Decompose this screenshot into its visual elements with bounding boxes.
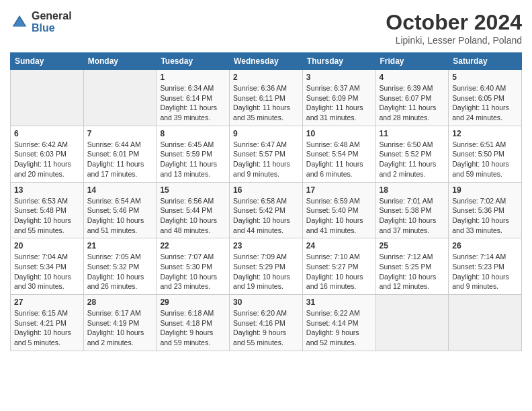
- calendar-header-row: SundayMondayTuesdayWednesdayThursdayFrid…: [11, 53, 522, 70]
- day-of-week-monday: Monday: [83, 53, 157, 70]
- day-number: 19: [452, 185, 518, 195]
- calendar-cell: 15Sunrise: 6:56 AM Sunset: 5:44 PM Dayli…: [157, 182, 230, 238]
- logo-blue-text: Blue: [32, 22, 72, 34]
- calendar-week-row: 6Sunrise: 6:42 AM Sunset: 6:03 PM Daylig…: [11, 126, 522, 182]
- day-info: Sunrise: 6:59 AM Sunset: 5:40 PM Dayligh…: [306, 196, 372, 236]
- day-info: Sunrise: 6:45 AM Sunset: 5:59 PM Dayligh…: [160, 140, 226, 179]
- day-info: Sunrise: 7:12 AM Sunset: 5:25 PM Dayligh…: [380, 252, 445, 291]
- day-info: Sunrise: 7:02 AM Sunset: 5:36 PM Dayligh…: [452, 196, 518, 236]
- calendar-table: SundayMondayTuesdayWednesdayThursdayFrid…: [10, 52, 522, 351]
- day-info: Sunrise: 7:14 AM Sunset: 5:23 PM Dayligh…: [452, 252, 518, 291]
- calendar-cell: [11, 70, 84, 126]
- calendar-cell: 28Sunrise: 6:17 AM Sunset: 4:19 PM Dayli…: [83, 295, 157, 351]
- day-info: Sunrise: 6:53 AM Sunset: 5:48 PM Dayligh…: [14, 196, 80, 236]
- day-number: 16: [233, 185, 299, 195]
- day-number: 23: [233, 241, 299, 250]
- day-info: Sunrise: 6:40 AM Sunset: 6:05 PM Dayligh…: [452, 83, 518, 123]
- day-number: 26: [452, 241, 518, 250]
- title-block: October 2024 Lipinki, Lesser Poland, Pol…: [386, 10, 522, 46]
- day-info: Sunrise: 6:37 AM Sunset: 6:09 PM Dayligh…: [306, 83, 372, 123]
- day-of-week-friday: Friday: [375, 53, 449, 70]
- calendar-week-row: 1Sunrise: 6:34 AM Sunset: 6:14 PM Daylig…: [11, 70, 522, 126]
- day-info: Sunrise: 6:44 AM Sunset: 6:01 PM Dayligh…: [87, 140, 153, 179]
- day-of-week-wednesday: Wednesday: [230, 53, 303, 70]
- day-info: Sunrise: 6:54 AM Sunset: 5:46 PM Dayligh…: [87, 196, 153, 236]
- calendar-cell: 13Sunrise: 6:53 AM Sunset: 5:48 PM Dayli…: [11, 182, 84, 238]
- calendar-cell: [449, 295, 522, 351]
- day-info: Sunrise: 6:34 AM Sunset: 6:14 PM Dayligh…: [160, 83, 226, 123]
- calendar-location: Lipinki, Lesser Poland, Poland: [386, 35, 522, 46]
- day-info: Sunrise: 7:10 AM Sunset: 5:27 PM Dayligh…: [306, 252, 372, 291]
- calendar-cell: 25Sunrise: 7:12 AM Sunset: 5:25 PM Dayli…: [375, 238, 449, 295]
- calendar-cell: 9Sunrise: 6:47 AM Sunset: 5:57 PM Daylig…: [230, 126, 303, 182]
- day-info: Sunrise: 6:39 AM Sunset: 6:07 PM Dayligh…: [380, 83, 445, 123]
- day-number: 6: [14, 129, 80, 138]
- day-info: Sunrise: 7:05 AM Sunset: 5:32 PM Dayligh…: [87, 252, 153, 291]
- calendar-cell: 20Sunrise: 7:04 AM Sunset: 5:34 PM Dayli…: [11, 238, 84, 295]
- day-number: 3: [306, 73, 372, 82]
- calendar-cell: [83, 70, 157, 126]
- day-number: 24: [306, 241, 372, 250]
- day-of-week-saturday: Saturday: [449, 53, 522, 70]
- logo-icon: [10, 13, 29, 32]
- calendar-cell: 17Sunrise: 6:59 AM Sunset: 5:40 PM Dayli…: [302, 182, 375, 238]
- day-info: Sunrise: 6:15 AM Sunset: 4:21 PM Dayligh…: [14, 308, 80, 348]
- day-number: 2: [233, 73, 299, 82]
- calendar-cell: 23Sunrise: 7:09 AM Sunset: 5:29 PM Dayli…: [230, 238, 303, 295]
- day-info: Sunrise: 6:20 AM Sunset: 4:16 PM Dayligh…: [233, 308, 299, 348]
- calendar-cell: 27Sunrise: 6:15 AM Sunset: 4:21 PM Dayli…: [11, 295, 84, 351]
- day-info: Sunrise: 6:56 AM Sunset: 5:44 PM Dayligh…: [160, 196, 226, 236]
- calendar-cell: 26Sunrise: 7:14 AM Sunset: 5:23 PM Dayli…: [449, 238, 522, 295]
- day-number: 21: [87, 241, 153, 250]
- calendar-cell: [375, 295, 449, 351]
- day-number: 10: [306, 129, 372, 138]
- logo: General Blue: [10, 10, 72, 34]
- day-info: Sunrise: 6:18 AM Sunset: 4:18 PM Dayligh…: [160, 308, 226, 348]
- day-number: 28: [87, 298, 153, 307]
- day-info: Sunrise: 6:51 AM Sunset: 5:50 PM Dayligh…: [452, 140, 518, 179]
- calendar-cell: 5Sunrise: 6:40 AM Sunset: 6:05 PM Daylig…: [449, 70, 522, 126]
- day-number: 27: [14, 298, 80, 307]
- calendar-cell: 24Sunrise: 7:10 AM Sunset: 5:27 PM Dayli…: [302, 238, 375, 295]
- day-info: Sunrise: 7:09 AM Sunset: 5:29 PM Dayligh…: [233, 252, 299, 291]
- day-number: 17: [306, 185, 372, 195]
- calendar-cell: 3Sunrise: 6:37 AM Sunset: 6:09 PM Daylig…: [302, 70, 375, 126]
- day-number: 15: [160, 185, 226, 195]
- day-of-week-sunday: Sunday: [11, 53, 84, 70]
- calendar-cell: 21Sunrise: 7:05 AM Sunset: 5:32 PM Dayli…: [83, 238, 157, 295]
- day-info: Sunrise: 6:58 AM Sunset: 5:42 PM Dayligh…: [233, 196, 299, 236]
- calendar-cell: 31Sunrise: 6:22 AM Sunset: 4:14 PM Dayli…: [302, 295, 375, 351]
- day-number: 18: [380, 185, 445, 195]
- logo-text: General Blue: [32, 10, 72, 34]
- calendar-cell: 7Sunrise: 6:44 AM Sunset: 6:01 PM Daylig…: [83, 126, 157, 182]
- calendar-cell: 4Sunrise: 6:39 AM Sunset: 6:07 PM Daylig…: [375, 70, 449, 126]
- calendar-title: October 2024: [386, 10, 522, 35]
- day-number: 1: [160, 73, 226, 82]
- calendar-cell: 11Sunrise: 6:50 AM Sunset: 5:52 PM Dayli…: [375, 126, 449, 182]
- calendar-cell: 16Sunrise: 6:58 AM Sunset: 5:42 PM Dayli…: [230, 182, 303, 238]
- calendar-cell: 30Sunrise: 6:20 AM Sunset: 4:16 PM Dayli…: [230, 295, 303, 351]
- day-number: 7: [87, 129, 153, 138]
- day-number: 20: [14, 241, 80, 250]
- day-info: Sunrise: 6:47 AM Sunset: 5:57 PM Dayligh…: [233, 140, 299, 179]
- day-info: Sunrise: 6:50 AM Sunset: 5:52 PM Dayligh…: [380, 140, 445, 179]
- day-number: 31: [306, 298, 372, 307]
- calendar-cell: 1Sunrise: 6:34 AM Sunset: 6:14 PM Daylig…: [157, 70, 230, 126]
- day-info: Sunrise: 7:01 AM Sunset: 5:38 PM Dayligh…: [380, 196, 445, 236]
- day-number: 8: [160, 129, 226, 138]
- day-of-week-tuesday: Tuesday: [157, 53, 230, 70]
- day-number: 14: [87, 185, 153, 195]
- day-number: 11: [380, 129, 445, 138]
- calendar-week-row: 20Sunrise: 7:04 AM Sunset: 5:34 PM Dayli…: [11, 238, 522, 295]
- day-info: Sunrise: 7:07 AM Sunset: 5:30 PM Dayligh…: [160, 252, 226, 291]
- calendar-cell: 29Sunrise: 6:18 AM Sunset: 4:18 PM Dayli…: [157, 295, 230, 351]
- day-number: 9: [233, 129, 299, 138]
- page-header: General Blue October 2024 Lipinki, Lesse…: [10, 10, 522, 46]
- calendar-cell: 19Sunrise: 7:02 AM Sunset: 5:36 PM Dayli…: [449, 182, 522, 238]
- day-info: Sunrise: 6:36 AM Sunset: 6:11 PM Dayligh…: [233, 83, 299, 123]
- day-info: Sunrise: 6:42 AM Sunset: 6:03 PM Dayligh…: [14, 140, 80, 179]
- day-info: Sunrise: 6:22 AM Sunset: 4:14 PM Dayligh…: [306, 308, 372, 348]
- calendar-cell: 10Sunrise: 6:48 AM Sunset: 5:54 PM Dayli…: [302, 126, 375, 182]
- day-number: 25: [380, 241, 445, 250]
- calendar-week-row: 13Sunrise: 6:53 AM Sunset: 5:48 PM Dayli…: [11, 182, 522, 238]
